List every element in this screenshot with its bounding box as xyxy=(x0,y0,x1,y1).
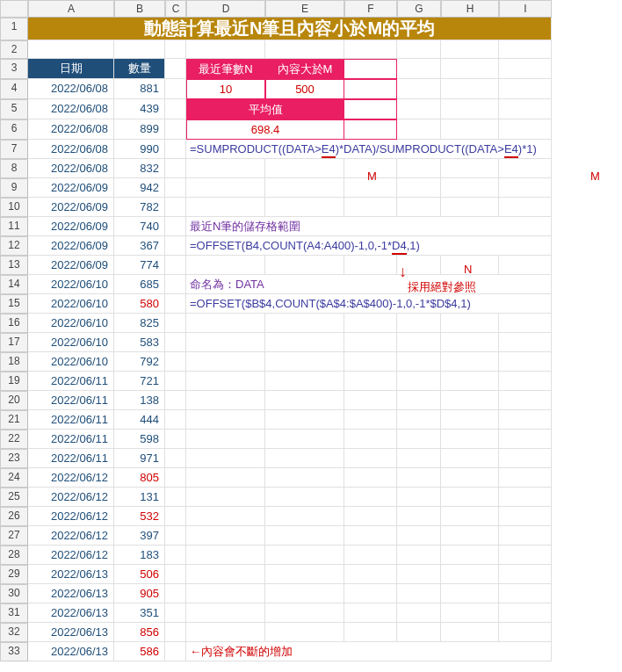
cell[interactable] xyxy=(397,198,441,217)
cell-qty[interactable]: 397 xyxy=(114,526,165,546)
cell-qty[interactable]: 506 xyxy=(114,565,165,584)
cell-date[interactable]: 2022/06/12 xyxy=(28,488,114,507)
row-header-26[interactable]: 26 xyxy=(0,507,28,526)
cell[interactable] xyxy=(397,59,441,79)
formula-offset-2[interactable]: =OFFSET($B$4,COUNT($A$4:$A$400)-1,0,-1*$… xyxy=(186,294,552,314)
cell-date[interactable]: 2022/06/11 xyxy=(28,391,114,410)
row-header-30[interactable]: 30 xyxy=(0,584,28,603)
cell[interactable] xyxy=(165,430,186,449)
cell[interactable] xyxy=(344,99,397,119)
cell[interactable] xyxy=(165,159,186,178)
cell[interactable] xyxy=(441,488,499,507)
cell[interactable] xyxy=(165,372,186,391)
row-header-20[interactable]: 20 xyxy=(0,391,28,410)
cell[interactable] xyxy=(499,584,552,603)
cell[interactable] xyxy=(265,314,344,333)
cell[interactable] xyxy=(344,546,397,565)
cell[interactable] xyxy=(186,488,265,507)
row-header-11[interactable]: 11 xyxy=(0,217,28,236)
cell[interactable] xyxy=(344,333,397,352)
cell[interactable] xyxy=(165,99,186,119)
cell[interactable] xyxy=(165,256,186,275)
cell[interactable] xyxy=(441,603,499,623)
cell[interactable] xyxy=(165,468,186,488)
cell[interactable] xyxy=(265,256,344,275)
row-header-7[interactable]: 7 xyxy=(0,140,28,159)
cell-qty[interactable]: 805 xyxy=(114,468,165,488)
cell-qty[interactable]: 825 xyxy=(114,314,165,333)
cell[interactable] xyxy=(344,488,397,507)
cell[interactable] xyxy=(397,99,441,119)
row-header-16[interactable]: 16 xyxy=(0,314,28,333)
row-header-4[interactable]: 4 xyxy=(0,79,28,99)
cell-qty[interactable]: 598 xyxy=(114,430,165,449)
cell-qty[interactable]: 444 xyxy=(114,410,165,430)
cell-date[interactable]: 2022/06/08 xyxy=(28,159,114,178)
cell-qty[interactable]: 971 xyxy=(114,449,165,468)
cell[interactable] xyxy=(499,352,552,372)
cell[interactable] xyxy=(186,565,265,584)
col-header-D[interactable]: D xyxy=(186,0,265,18)
cell-qty[interactable]: 905 xyxy=(114,584,165,603)
cell[interactable] xyxy=(499,391,552,410)
cell-qty[interactable]: 899 xyxy=(114,119,165,140)
formula-sumproduct[interactable]: =SUMPRODUCT((DATA>E4)*DATA)/SUMPRODUCT((… xyxy=(186,140,552,159)
cell[interactable] xyxy=(165,526,186,546)
cell[interactable] xyxy=(165,333,186,352)
row-header-14[interactable]: 14 xyxy=(0,275,28,294)
col-header-H[interactable]: H xyxy=(441,0,499,18)
cell-date[interactable]: 2022/06/08 xyxy=(28,99,114,119)
cell-date[interactable]: 2022/06/09 xyxy=(28,198,114,217)
cell-date[interactable]: 2022/06/09 xyxy=(28,178,114,198)
cell[interactable] xyxy=(397,430,441,449)
cell[interactable] xyxy=(186,314,265,333)
cell[interactable] xyxy=(265,178,344,198)
cell-date[interactable]: 2022/06/10 xyxy=(28,333,114,352)
cell-date[interactable]: 2022/06/13 xyxy=(28,565,114,584)
cell[interactable] xyxy=(499,333,552,352)
cell-date[interactable]: 2022/06/13 xyxy=(28,623,114,642)
cell-date[interactable]: 2022/06/10 xyxy=(28,352,114,372)
cell[interactable] xyxy=(499,507,552,526)
cell[interactable] xyxy=(165,603,186,623)
row-header-21[interactable]: 21 xyxy=(0,410,28,430)
cell-date[interactable]: 2022/06/09 xyxy=(28,217,114,236)
cell-qty[interactable]: 586 xyxy=(114,642,165,661)
cell[interactable] xyxy=(265,410,344,430)
row-header-31[interactable]: 31 xyxy=(0,603,28,623)
cell-qty[interactable]: 367 xyxy=(114,236,165,256)
cell-date[interactable]: 2022/06/08 xyxy=(28,119,114,140)
cell-qty[interactable]: 721 xyxy=(114,372,165,391)
cell-qty[interactable]: 580 xyxy=(114,294,165,314)
cell[interactable] xyxy=(165,584,186,603)
row-header-25[interactable]: 25 xyxy=(0,488,28,507)
cell[interactable] xyxy=(165,314,186,333)
cell[interactable] xyxy=(186,198,265,217)
cell[interactable] xyxy=(499,99,552,119)
col-header-I[interactable]: I xyxy=(499,0,552,18)
cell-date[interactable]: 2022/06/11 xyxy=(28,410,114,430)
cell[interactable] xyxy=(441,584,499,603)
cell[interactable] xyxy=(441,410,499,430)
cell[interactable] xyxy=(499,256,552,275)
cell[interactable] xyxy=(165,140,186,159)
cell[interactable] xyxy=(186,449,265,468)
cell-qty[interactable]: 832 xyxy=(114,159,165,178)
cell[interactable] xyxy=(397,546,441,565)
row-header-3[interactable]: 3 xyxy=(0,59,28,79)
cell[interactable] xyxy=(265,468,344,488)
cell[interactable] xyxy=(397,391,441,410)
cell-date[interactable]: 2022/06/11 xyxy=(28,449,114,468)
cell-qty[interactable]: 351 xyxy=(114,603,165,623)
cell[interactable] xyxy=(165,546,186,565)
cell[interactable] xyxy=(499,119,552,140)
cell[interactable] xyxy=(186,352,265,372)
cell-date[interactable]: 2022/06/13 xyxy=(28,642,114,661)
cell[interactable] xyxy=(344,391,397,410)
cell[interactable] xyxy=(165,275,186,294)
cell[interactable] xyxy=(344,79,397,99)
cell[interactable] xyxy=(186,372,265,391)
spreadsheet-grid[interactable]: ABCDEFGHI1動態計算最近N筆且內容小於M的平均23日期數量最近筆數N內容… xyxy=(0,0,622,661)
cell[interactable] xyxy=(441,198,499,217)
cell[interactable] xyxy=(186,178,265,198)
